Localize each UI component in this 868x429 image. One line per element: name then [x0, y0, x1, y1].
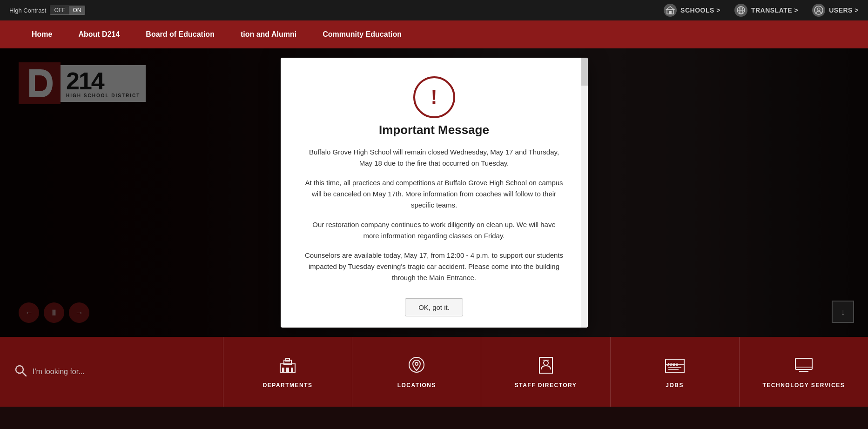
schools-nav[interactable]: SCHOOLS >	[664, 4, 720, 17]
users-icon	[812, 4, 825, 17]
high-contrast-control: High Contrast OFF ON	[9, 6, 85, 15]
footer-bar: DEPARTMENTS LOCATIONS	[0, 337, 868, 407]
translate-label: TRANSLATE >	[751, 7, 798, 14]
modal-scrollbar-track[interactable]	[581, 58, 588, 328]
svg-rect-27	[795, 358, 812, 369]
modal-paragraph-2: At this time, all practices and competit…	[304, 177, 565, 211]
search-icon	[14, 364, 27, 380]
nav-community[interactable]: Community Education	[310, 20, 415, 48]
translate-icon	[734, 4, 747, 17]
svg-point-20	[544, 361, 548, 365]
high-contrast-label: High Contrast	[9, 7, 46, 14]
modal-footer: OK, got it.	[281, 291, 588, 328]
modal-dialog: ! Important Message Buffalo Grove High S…	[281, 58, 588, 328]
svg-point-8	[817, 8, 820, 11]
svg-rect-15	[286, 368, 289, 372]
modal-paragraph-1: Buffalo Grove High School will remain cl…	[304, 147, 565, 169]
nav-bar: Home About D214 Board of Education tion …	[0, 20, 868, 48]
svg-rect-2	[669, 11, 672, 14]
users-nav[interactable]: USERS >	[812, 4, 859, 17]
svg-rect-14	[282, 368, 284, 372]
modal-scrollbar-thumb[interactable]	[581, 58, 588, 86]
alert-icon: !	[413, 76, 455, 118]
high-contrast-toggle[interactable]: OFF ON	[50, 6, 85, 15]
staff-label: STAFF DIRECTORY	[515, 382, 577, 389]
modal-overlay: ! Important Message Buffalo Grove High S…	[0, 48, 868, 337]
schools-icon	[664, 4, 677, 17]
jobs-icon: JOBS	[665, 355, 685, 378]
svg-point-18	[415, 362, 418, 365]
search-input[interactable]	[33, 368, 172, 376]
tech-label: TECHNOLOGY SERVICES	[763, 382, 845, 389]
modal-paragraph-4: Counselors are available today, May 17, …	[304, 250, 565, 283]
hero-section: 214 HIGH SCHOOL DISTRICT ← ⏸ → ↓ ! Impor…	[0, 48, 868, 337]
top-bar: High Contrast OFF ON SCHOOLS >	[0, 0, 868, 20]
modal-paragraph-3: Our restoration company continues to wor…	[304, 219, 565, 241]
nav-about[interactable]: About D214	[65, 20, 133, 48]
nav-alumni[interactable]: tion and Alumni	[228, 20, 310, 48]
nav-board[interactable]: Board of Education	[133, 20, 228, 48]
toggle-on[interactable]: ON	[69, 6, 85, 14]
modal-icon-area: !	[304, 72, 565, 123]
ok-button[interactable]: OK, got it.	[405, 298, 463, 316]
search-area	[0, 337, 223, 407]
footer-tech[interactable]: TECHNOLOGY SERVICES	[740, 337, 868, 407]
modal-body: ! Important Message Buffalo Grove High S…	[281, 58, 588, 291]
users-label: USERS >	[829, 7, 859, 14]
staff-icon	[537, 355, 555, 378]
svg-rect-16	[291, 368, 293, 372]
schools-label: SCHOOLS >	[680, 7, 720, 14]
top-nav-right: SCHOOLS > TRANSLATE >	[664, 4, 859, 17]
footer-staff[interactable]: STAFF DIRECTORY	[481, 337, 610, 407]
nav-home[interactable]: Home	[19, 20, 65, 48]
tech-icon	[794, 355, 814, 378]
jobs-label: JOBS	[666, 382, 684, 389]
locations-icon	[407, 355, 426, 378]
translate-nav[interactable]: TRANSLATE >	[734, 4, 798, 17]
locations-label: LOCATIONS	[397, 382, 436, 389]
footer-locations[interactable]: LOCATIONS	[352, 337, 481, 407]
departments-icon	[278, 355, 297, 378]
footer-links: DEPARTMENTS LOCATIONS	[223, 337, 868, 407]
svg-text:JOBS: JOBS	[667, 362, 679, 367]
departments-label: DEPARTMENTS	[263, 382, 313, 389]
footer-jobs[interactable]: JOBS JOBS	[611, 337, 740, 407]
modal-title: Important Message	[304, 123, 565, 137]
toggle-off[interactable]: OFF	[50, 6, 69, 14]
svg-line-10	[22, 372, 26, 376]
footer-departments[interactable]: DEPARTMENTS	[223, 337, 352, 407]
